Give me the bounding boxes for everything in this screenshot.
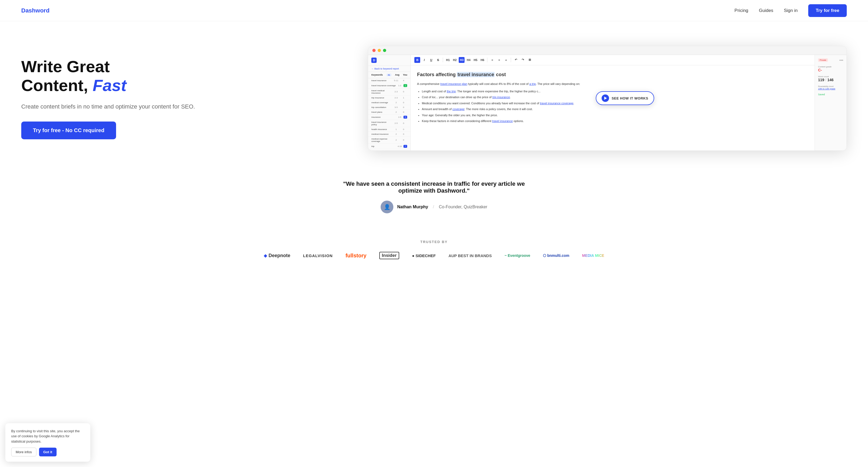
nav-signin[interactable]: Sign in: [784, 8, 798, 13]
kw-row-10[interactable]: medical insurance 2 0: [368, 132, 410, 137]
hero-cta-button[interactable]: Try for free - No CC required: [21, 122, 116, 139]
hero-left: Write Great Content, Fast Create content…: [21, 57, 368, 140]
window-max-dot: [383, 49, 386, 52]
testimonial-section: "We have seen a consistent increase in t…: [0, 170, 868, 229]
hero-right: D ← Back to keyword report Keywords 41 A…: [368, 46, 847, 151]
brand-aup: AUP BEST IN BRANDS: [448, 254, 492, 258]
bullet-5: Your age: Generally the older you are, t…: [422, 113, 808, 118]
toolbar-sep-3: [511, 58, 511, 62]
kw-row-8[interactable]: travel insurance policy 2-5 0: [368, 120, 410, 127]
author-role: Co-Founder, QuizBreaker: [439, 205, 487, 209]
kw-row-2[interactable]: travel medical insurance 2-3 0: [368, 88, 410, 96]
kw-row-11[interactable]: medical expense coverage 2 0: [368, 137, 410, 144]
hero-section: Write Great Content, Fast Create content…: [0, 21, 868, 170]
toolbar-h1[interactable]: H1: [445, 57, 451, 63]
kw-row-9[interactable]: health insurance 1 0: [368, 127, 410, 132]
toolbar-h4[interactable]: H4: [466, 57, 471, 63]
col-you-header: You: [403, 73, 407, 76]
trusted-by-section: TRUSTED BY Deepnote LEGALVISION fullstor…: [0, 229, 868, 275]
toolbar-underline[interactable]: U: [428, 57, 434, 63]
toolbar-italic[interactable]: I: [421, 57, 427, 63]
brand-mice: MEDIA MICE: [582, 254, 604, 258]
toolbar-blockquote[interactable]: «: [503, 57, 509, 63]
window-close-dot: [372, 49, 376, 52]
brand-fullstory: fullstory: [346, 253, 367, 259]
author-avatar: 👤: [381, 201, 393, 213]
trusted-by-title: TRUSTED BY: [21, 240, 847, 244]
kw-coverage: coverage: [452, 107, 464, 111]
navbar: Dashword Pricing Guides Sign in Try for …: [0, 0, 868, 21]
hero-title: Write Great Content, Fast: [21, 57, 352, 95]
back-to-keyword[interactable]: ← Back to keyword report: [368, 66, 410, 72]
brand-logos: Deepnote LEGALVISION fullstory Insider ●…: [21, 252, 847, 259]
app-screenshot: D ← Back to keyword report Keywords 41 A…: [368, 46, 847, 151]
right-panel: Private ••• Content grade C- Word count …: [815, 55, 846, 151]
play-overlay: SEE HOW IT WORKS: [596, 91, 654, 105]
toolbar-h3[interactable]: H3: [459, 57, 465, 63]
brand-eventgroove: ~ Eventgroove: [504, 254, 530, 258]
window-min-dot: [378, 49, 381, 52]
kw-row-5[interactable]: trip cancellation 3-5 0: [368, 105, 410, 110]
toolbar-h5[interactable]: H5: [472, 57, 478, 63]
sidebar-logo-icon: D: [371, 58, 377, 63]
more-options-icon[interactable]: •••: [839, 58, 843, 62]
toolbar-sep-1: [443, 58, 443, 62]
rp-content-grade: Content grade C-: [818, 66, 843, 72]
testimonial-author: 👤 Nathan Murphy / Co-Founder, QuizBreake…: [21, 201, 847, 213]
word-count-sep: /: [825, 78, 827, 82]
kw-row-4[interactable]: medical coverage 2 0: [368, 100, 410, 105]
editor-document-title: Factors affecting travel insurance cost: [417, 71, 808, 79]
editor-content[interactable]: Factors affecting travel insurance cost …: [411, 65, 815, 151]
kw-row-3[interactable]: trip insurance 2-3 1: [368, 96, 410, 100]
word-count-total: 146: [827, 78, 834, 82]
author-separator: /: [433, 205, 434, 209]
word-count-val: 119: [818, 78, 824, 82]
toolbar-h6[interactable]: H6: [479, 57, 485, 63]
keywords-count-badge: 41: [386, 73, 392, 76]
kw-row-0[interactable]: travel insurance 5-11 4: [368, 78, 410, 83]
nav-pricing[interactable]: Pricing: [735, 8, 748, 13]
nav-cta-button[interactable]: Try for free: [808, 4, 847, 17]
toolbar-table[interactable]: ⊞: [527, 57, 532, 63]
rp-word-count: Word count 119 / 146: [818, 75, 843, 82]
nav-guides[interactable]: Guides: [759, 8, 773, 13]
brand-bnmulti: ⬡ bnmulti.com: [543, 254, 569, 258]
kw-ti-options: travel insurance: [492, 120, 513, 123]
kw-ti-coverage: travel insurance coverage: [540, 102, 574, 105]
col-avg-header: Avg: [395, 73, 400, 76]
kw-row-6[interactable]: travel plans 2 0: [368, 110, 410, 114]
nav-links: Pricing Guides Sign in Try for free: [735, 4, 847, 17]
play-label: SEE HOW IT WORKS: [612, 96, 648, 100]
toolbar-undo[interactable]: ↶: [513, 57, 519, 63]
brand-legalvision: LEGALVISION: [303, 254, 333, 258]
kw-link-1: travel insurance plan: [440, 82, 467, 86]
app-titlebar: [368, 46, 846, 55]
editor-toolbar: B I U S H1 H2 H3 H4 H5 H6 ≡ ≡: [411, 55, 815, 65]
testimonial-quote: "We have seen a consistent increase in t…: [341, 180, 527, 194]
toolbar-ol[interactable]: ≡: [496, 57, 502, 63]
toolbar-redo[interactable]: ↷: [520, 57, 526, 63]
kw-row-1[interactable]: travel insurance coverage 1-2 1: [368, 83, 410, 88]
nav-logo[interactable]: Dashword: [21, 7, 50, 14]
kw-link-2: a trip: [529, 82, 536, 86]
rp-private-row: Private •••: [818, 58, 843, 62]
toolbar-strikethrough[interactable]: S: [435, 57, 441, 63]
kw-row-13[interactable]: trip cancellation coverage 2-4 0: [368, 149, 410, 151]
toolbar-h2[interactable]: H2: [452, 57, 458, 63]
toolbar-ul[interactable]: ≡: [489, 57, 495, 63]
play-circle-icon: [601, 95, 609, 102]
kw-row-12[interactable]: trip 4-10 7: [368, 144, 410, 149]
toolbar-bold[interactable]: B: [414, 57, 420, 63]
rp-readability: Readability level 10th to 12th grade: [818, 85, 843, 90]
rp-saved: Saved: [818, 93, 843, 96]
private-badge: Private: [818, 58, 828, 62]
author-name: Nathan Murphy: [397, 205, 428, 209]
kw-row-7[interactable]: insurance 2-5 5: [368, 114, 410, 120]
bullet-6: Keep these factors in mind when consider…: [422, 119, 808, 123]
sidebar-logo-row: D: [368, 55, 410, 66]
brand-sidechef: ● SIDECHEF: [412, 254, 436, 258]
keywords-header: Keywords 41 Avg You: [368, 72, 410, 78]
play-button[interactable]: SEE HOW IT WORKS: [596, 91, 654, 105]
kw-trip-ins: trip insurance: [492, 96, 510, 99]
hero-subtitle: Create content briefs in no time and opt…: [21, 102, 352, 111]
